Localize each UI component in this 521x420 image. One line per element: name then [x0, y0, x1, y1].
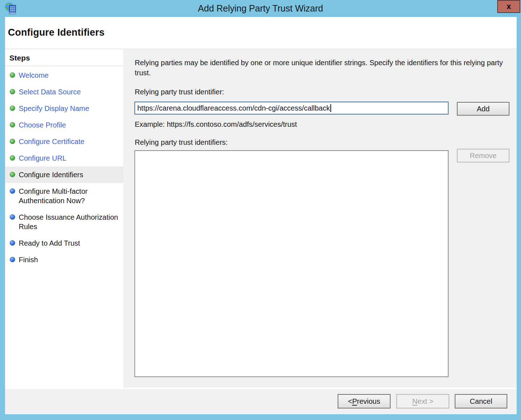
step-pending-icon — [10, 188, 15, 194]
sidebar-item-label: Finish — [19, 255, 38, 264]
sidebar-item-label: Ready to Add Trust — [19, 238, 80, 248]
sidebar-item-configure-url[interactable]: Configure URL — [5, 150, 123, 166]
steps-list: WelcomeSelect Data SourceSpecify Display… — [5, 67, 123, 268]
step-complete-icon — [10, 89, 15, 94]
sidebar-item-configure-identifiers: Configure Identifiers — [5, 166, 123, 183]
title-bar: Add Relying Party Trust Wizard x — [0, 0, 521, 17]
step-pending-icon — [10, 257, 15, 262]
cancel-button[interactable]: Cancel — [455, 394, 507, 408]
step-complete-icon — [10, 72, 15, 78]
sidebar-item-specify-display-name[interactable]: Specify Display Name — [5, 100, 123, 117]
steps-sidebar: Steps WelcomeSelect Data SourceSpecify D… — [5, 49, 123, 389]
step-complete-icon — [10, 106, 15, 111]
step-complete-icon — [10, 155, 15, 161]
next-button[interactable]: Next > — [396, 394, 449, 408]
sidebar-item-label: Select Data Source — [19, 87, 81, 97]
sidebar-item-configure-multi-factor-authentication-now: Configure Multi-factor Authentication No… — [5, 183, 123, 209]
content-pane: Relying parties may be identified by one… — [123, 49, 517, 388]
sidebar-item-label: Welcome — [19, 71, 49, 80]
step-complete-icon — [10, 139, 15, 144]
step-pending-icon — [10, 214, 15, 220]
sidebar-item-label: Configure Identifiers — [19, 170, 83, 179]
page-title: Configure Identifiers — [8, 27, 104, 38]
sidebar-item-welcome[interactable]: Welcome — [5, 67, 123, 84]
wizard-window: Add Relying Party Trust Wizard x Configu… — [0, 0, 521, 420]
sidebar-item-label: Choose Profile — [19, 120, 66, 130]
step-pending-icon — [10, 240, 15, 246]
text-cursor — [330, 104, 331, 112]
identifier-field-label: Relying party trust identifier: — [135, 88, 224, 96]
window-title: Add Relying Party Trust Wizard — [0, 0, 521, 17]
footer-bar: < Previous Next > Cancel — [5, 389, 517, 414]
remove-button[interactable]: Remove — [457, 149, 509, 162]
identifier-input-value: https://carena.cloudflareaccess.com/cdn-… — [137, 104, 330, 112]
sidebar-item-label: Choose Issuance Authorization Rules — [19, 213, 120, 231]
sidebar-item-label: Specify Display Name — [19, 104, 89, 113]
step-complete-icon — [10, 122, 15, 128]
previous-button[interactable]: < Previous — [338, 394, 391, 408]
example-text: Example: https://fs.contoso.com/adfs/ser… — [135, 120, 297, 129]
sidebar-item-select-data-source[interactable]: Select Data Source — [5, 84, 123, 100]
close-button[interactable]: x — [497, 0, 520, 13]
sidebar-item-label: Configure Multi-factor Authentication No… — [19, 187, 120, 205]
steps-separator — [5, 66, 123, 66]
sidebar-item-label: Configure URL — [19, 153, 66, 163]
identifiers-listbox[interactable] — [134, 150, 449, 377]
identifier-input[interactable]: https://carena.cloudflareaccess.com/cdn-… — [134, 102, 449, 115]
sidebar-item-finish: Finish — [5, 251, 123, 268]
instruction-text: Relying parties may be identified by one… — [135, 58, 507, 78]
add-button[interactable]: Add — [457, 102, 509, 116]
step-complete-icon — [10, 172, 15, 177]
client-area: Configure Identifiers Steps WelcomeSelec… — [5, 17, 517, 414]
sidebar-item-choose-profile[interactable]: Choose Profile — [5, 117, 123, 133]
identifiers-list-label: Relying party trust identifiers: — [135, 138, 228, 147]
sidebar-item-label: Configure Certificate — [19, 137, 84, 146]
steps-heading: Steps — [5, 49, 123, 62]
sidebar-item-choose-issuance-authorization-rules: Choose Issuance Authorization Rules — [5, 209, 123, 235]
sidebar-item-ready-to-add-trust: Ready to Add Trust — [5, 235, 123, 251]
sidebar-item-configure-certificate[interactable]: Configure Certificate — [5, 133, 123, 150]
